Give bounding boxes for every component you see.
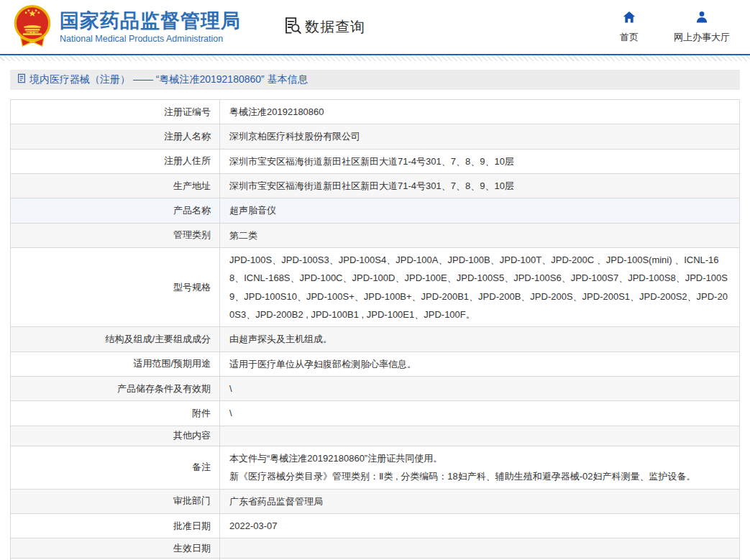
page-title: 境内医疗器械（注册） —— “粤械注准20192180860” 基本信息 xyxy=(29,73,308,86)
info-table-body: 注册证编号粤械注准20192180860注册人名称深圳京柏医疗科技股份有限公司注… xyxy=(11,100,740,560)
document-icon xyxy=(17,73,27,86)
table-row: 产品名称超声胎音仪 xyxy=(11,198,740,223)
registration-info: 注册证编号粤械注准20192180860注册人名称深圳京柏医疗科技股份有限公司注… xyxy=(10,99,740,560)
table-row: 其他内容 xyxy=(11,426,740,446)
row-value: \ xyxy=(229,408,232,418)
table-row: 型号规格JPD-100S、JPD-100S3、JPD-100S4、JPD-100… xyxy=(11,248,740,327)
row-label: 批准日期 xyxy=(173,520,211,531)
site-header: 国家药品监督管理局 National Medical Products Admi… xyxy=(0,0,750,55)
table-row: 注册人名称深圳京柏医疗科技股份有限公司 xyxy=(11,124,740,149)
row-value: JPD-100S、JPD-100S3、JPD-100S4、JPD-100A、JP… xyxy=(229,254,728,320)
table-row: 管理类别第二类 xyxy=(11,223,740,247)
row-value: \ xyxy=(229,383,232,394)
home-icon xyxy=(622,10,636,27)
table-row: 适用范围/预期用途适用于医疗单位从孕妇腹部检测胎心率信息。 xyxy=(11,352,740,376)
table-row: 产品储存条件及有效期\ xyxy=(11,377,740,401)
row-label: 产品储存条件及有效期 xyxy=(117,383,211,394)
row-label: 型号规格 xyxy=(173,282,211,293)
row-value: 深圳市宝安区福海街道新田社区新田大道71-4号301、7、8、9、10层 xyxy=(229,180,514,191)
nav-label: 首页 xyxy=(620,31,639,44)
site-logo[interactable]: 国家药品监督管理局 National Medical Products Admi… xyxy=(12,4,241,50)
table-row: 审批部门广东省药品监督管理局 xyxy=(11,489,740,513)
row-label: 产品名称 xyxy=(173,205,211,216)
table-row: 批准日期2022-03-07 xyxy=(11,513,740,538)
row-value: 第二类 xyxy=(229,230,257,241)
org-names: 国家药品监督管理局 National Medical Products Admi… xyxy=(60,10,241,44)
data-query-entry[interactable]: 数据查询 xyxy=(283,16,365,38)
nav-label: 网上办事大厅 xyxy=(674,31,730,44)
row-label: 管理类别 xyxy=(173,229,211,240)
org-name-en: National Medical Products Administration xyxy=(60,34,241,44)
row-label: 生产地址 xyxy=(173,180,211,191)
table-row: 生效日期 xyxy=(11,538,740,559)
header-nav: 首页 网上办事大厅 xyxy=(615,10,730,44)
row-label: 结构及组成/主要组成成分 xyxy=(105,334,211,344)
nav-item-home[interactable]: 首页 xyxy=(615,10,644,44)
table-row: 结构及组成/主要组成成分由超声探头及主机组成。 xyxy=(11,327,740,352)
row-value: 深圳京柏医疗科技股份有限公司 xyxy=(229,131,360,142)
row-label: 注册人名称 xyxy=(164,131,211,142)
row-label: 其他内容 xyxy=(173,430,211,441)
nav-item-service-hall[interactable]: 网上办事大厅 xyxy=(674,10,730,44)
page-title-bar: 境内医疗器械（注册） —— “粤械注准20192180860” 基本信息 xyxy=(10,70,740,90)
row-value: 超声胎音仪 xyxy=(229,205,276,216)
row-value: 深圳市宝安区福海街道新田社区新田大道71-4号301、7、8、9、10层 xyxy=(229,156,514,167)
hatched-divider xyxy=(0,55,750,61)
row-label: 附件 xyxy=(192,408,211,418)
row-value: 适用于医疗单位从孕妇腹部检测胎心率信息。 xyxy=(229,359,416,369)
row-label: 注册人住所 xyxy=(164,155,211,166)
row-label: 备注 xyxy=(192,462,211,472)
row-value: 广东省药品监督管理局 xyxy=(229,496,323,507)
table-row: 生产地址深圳市宝安区福海街道新田社区新田大道71-4号301、7、8、9、10层 xyxy=(11,174,740,198)
row-value: 由超声探头及主机组成。 xyxy=(229,334,332,344)
row-label: 审批部门 xyxy=(173,495,211,506)
row-label: 生效日期 xyxy=(173,543,211,554)
person-icon xyxy=(695,10,709,27)
row-value: 2022-03-07 xyxy=(229,520,278,531)
data-query-label: 数据查询 xyxy=(305,17,365,37)
org-name-cn: 国家药品监督管理局 xyxy=(60,10,241,32)
row-value-line: 本文件与“粤械注准20192180860”注册证共同使用。 xyxy=(229,449,732,467)
table-row: 附件\ xyxy=(11,401,740,426)
table-row: 注册证编号粤械注准20192180860 xyxy=(11,100,740,124)
national-emblem-icon xyxy=(12,4,53,50)
table-row: 备注本文件与“粤械注准20192180860”注册证共同使用。新《医疗器械分类目… xyxy=(11,446,740,489)
row-label: 注册证编号 xyxy=(164,106,211,117)
table-row: 注册人住所深圳市宝安区福海街道新田社区新田大道71-4号301、7、8、9、10… xyxy=(11,149,740,173)
row-label: 适用范围/预期用途 xyxy=(133,358,211,369)
row-value: 粤械注准20192180860 xyxy=(229,106,324,117)
document-search-icon xyxy=(283,16,302,38)
row-value-line: 新《医疗器械分类目录》管理类别：Ⅱ类 , 分类编码：18妇产科、辅助生殖和避孕器… xyxy=(229,467,732,485)
info-table: 注册证编号粤械注准20192180860注册人名称深圳京柏医疗科技股份有限公司注… xyxy=(10,99,740,560)
